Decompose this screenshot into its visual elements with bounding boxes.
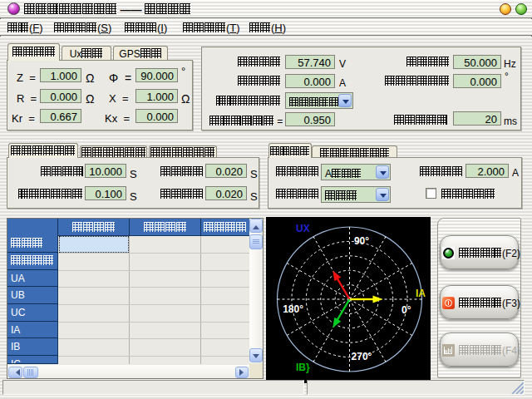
svg-text:IB}: IB} — [296, 362, 310, 373]
svg-text:UX: UX — [296, 223, 310, 234]
svg-text:IA: IA — [416, 288, 426, 299]
svg-text:270°: 270° — [352, 351, 372, 362]
svg-text:180°: 180° — [283, 303, 303, 315]
svg-text:0°: 0° — [401, 304, 411, 316]
svg-text:90°: 90° — [354, 235, 369, 247]
